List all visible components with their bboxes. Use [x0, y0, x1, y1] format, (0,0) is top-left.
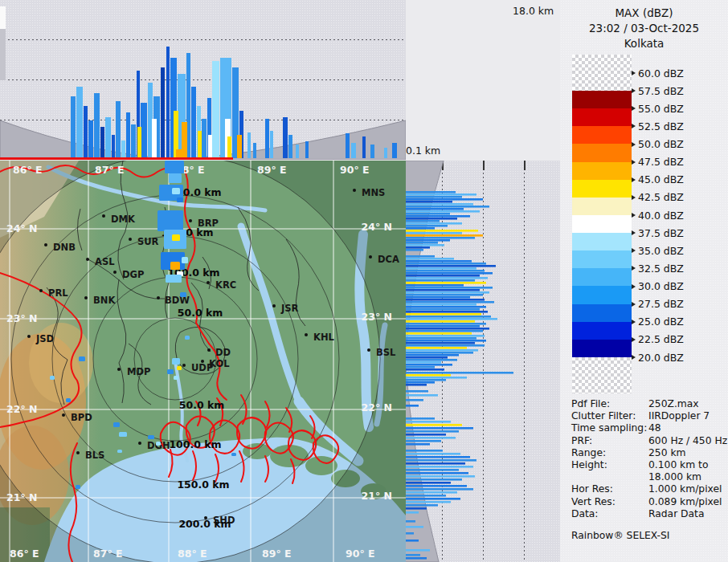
echo-cell [177, 366, 182, 370]
echo-row [406, 323, 486, 325]
radar-app-window: 18.0 km 0.1 km DMKDNBSURASLDGPPRLBNKJSDB… [0, 0, 728, 562]
echo-column [71, 96, 76, 158]
metadata-label: Range: [571, 447, 606, 458]
station-name: Kolkata [560, 37, 728, 50]
station-dot [84, 296, 88, 299]
legend-entry-label: 30.0 dBZ [638, 280, 684, 292]
range-ring-label: 150.0 km [177, 479, 229, 491]
echo-row [406, 282, 486, 284]
echo-cell [182, 257, 188, 263]
metadata-value: 48 [648, 422, 661, 434]
echo-row [406, 255, 435, 258]
echo-row [406, 342, 475, 344]
station-label: JSD [35, 333, 54, 344]
metadata-label: PRF: [571, 435, 592, 446]
echo-cell [148, 435, 154, 439]
arrow-icon [632, 106, 636, 111]
echo-row [406, 511, 419, 514]
echo-column [116, 101, 121, 158]
echo-row [406, 427, 473, 430]
echo-core [208, 135, 212, 158]
echo-column [161, 67, 165, 158]
echo-row [406, 359, 457, 361]
echo-row [406, 361, 441, 364]
legend-entry-label: 25.0 dBZ [638, 316, 684, 328]
longitude-label: 89° E [257, 164, 287, 176]
color-swatch [572, 233, 632, 250]
echo-column [202, 119, 207, 158]
echo-column [305, 141, 309, 158]
echo-row [406, 430, 459, 433]
color-swatch [572, 250, 632, 268]
echo-row [406, 335, 485, 337]
longitude-label: 89° E [262, 548, 292, 560]
color-swatch [572, 180, 632, 198]
echo-cell [165, 161, 184, 173]
station-label: DGP [122, 269, 144, 280]
echo-column [351, 143, 356, 158]
echo-row [406, 218, 457, 220]
metadata-value: 250Z.max [648, 398, 699, 409]
echo-row [406, 352, 473, 354]
echo-row [406, 220, 440, 222]
echo-row [406, 296, 470, 299]
echo-row [406, 554, 420, 556]
range-ring-label: 100.0 km [169, 438, 221, 450]
echo-row [406, 275, 480, 277]
latitude-label: 21° N [362, 490, 392, 502]
echo-row [406, 320, 475, 323]
echo-row [406, 208, 464, 210]
station-dot [272, 304, 276, 307]
echo-row [406, 337, 476, 340]
max-height-label: 18.0 km [513, 5, 554, 17]
echo-row [406, 239, 450, 242]
echo-row [406, 450, 443, 452]
echo-row [406, 206, 489, 208]
arrow-icon [632, 284, 636, 289]
color-swatch [572, 91, 632, 108]
echo-row [406, 417, 435, 420]
legend-entry-label: 42.5 dBZ [638, 191, 684, 203]
station-label: KRC [215, 279, 236, 291]
echo-row [406, 230, 478, 232]
echo-row [406, 507, 427, 510]
metadata-label: Pdf File: [571, 398, 610, 409]
echo-row [406, 222, 462, 225]
echo-row [406, 311, 488, 313]
color-swatch [572, 144, 632, 161]
legend-entry-label: 47.5 dBZ [638, 156, 684, 168]
station-label: UDP [191, 362, 213, 373]
echo-column [166, 47, 170, 158]
station-label: MDP [127, 366, 150, 377]
echo-column [141, 103, 147, 158]
station-label: PRL [48, 287, 68, 299]
legend-entry: 55.0 dBZ [632, 103, 684, 114]
metadata-row: Vert Res:0.089 km/pixel [571, 496, 728, 508]
edge-strip [0, 6, 6, 29]
echo-row [406, 263, 486, 265]
echo-row [406, 421, 451, 423]
echo-row [406, 526, 423, 528]
station-dot [86, 258, 89, 261]
echo-cell [185, 336, 190, 340]
legend-entry: 37.5 dBZ [632, 227, 684, 238]
range-ring-label: 50.0 km [179, 399, 225, 411]
echo-row [406, 265, 496, 267]
echo-column [253, 143, 256, 158]
echo-row [406, 479, 462, 481]
echo-row [406, 469, 459, 471]
echo-row [406, 366, 435, 369]
metadata-label: Data: [571, 508, 599, 519]
echo-row [406, 349, 478, 352]
echo-row [406, 369, 444, 371]
arrow-icon [632, 320, 636, 324]
echo-column [131, 124, 136, 158]
echo-row [406, 249, 423, 251]
echo-core [176, 149, 184, 158]
legend-entry: 50.0 dBZ [632, 139, 684, 150]
station-dot [207, 281, 210, 284]
echo-column [392, 143, 397, 158]
metadata-value: 18.000 km [648, 471, 701, 483]
radar-map: DMKDNBSURASLDGPPRLBNKJSDBDWKRCBRPMNSDCAJ… [0, 161, 406, 562]
echo-row [406, 272, 493, 275]
